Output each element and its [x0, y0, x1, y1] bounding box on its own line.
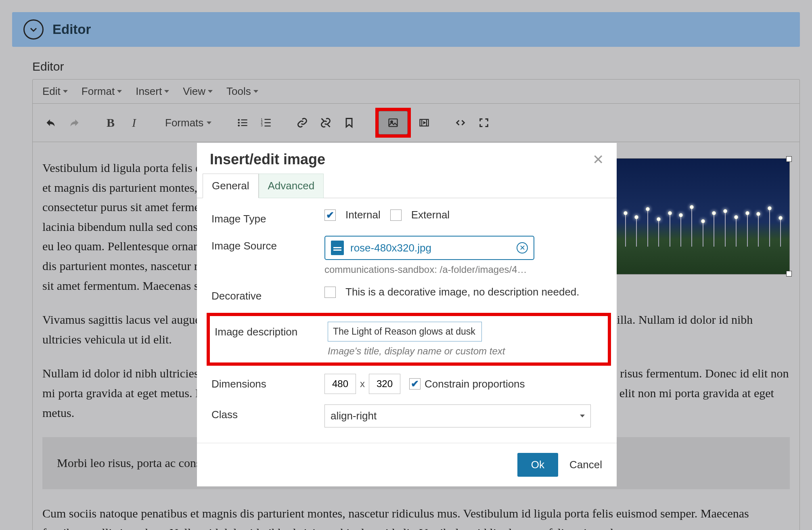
menu-bar: Edit Format Insert View Tools [33, 80, 799, 104]
svg-rect-9 [265, 122, 271, 123]
editor-section-header[interactable]: Editor [12, 12, 800, 47]
bold-button[interactable]: B [100, 112, 121, 134]
anchor-button[interactable] [338, 112, 360, 134]
cancel-button[interactable]: Cancel [569, 459, 602, 471]
ok-button[interactable]: Ok [517, 453, 558, 477]
close-icon[interactable]: ✕ [592, 151, 604, 168]
class-select[interactable]: align-right [324, 404, 591, 427]
toolbar: B I Formats 123 [33, 104, 799, 142]
dimension-separator: x [360, 378, 365, 390]
paragraph: Cum sociis natoque penatibus et magnis d… [42, 504, 790, 530]
menu-insert[interactable]: Insert [136, 85, 169, 98]
svg-rect-7 [265, 119, 271, 120]
inserted-image[interactable] [616, 158, 790, 274]
height-input[interactable] [369, 374, 400, 394]
insert-image-button[interactable] [379, 111, 408, 134]
svg-rect-3 [241, 122, 247, 123]
chevron-down-icon[interactable] [23, 19, 44, 40]
image-description-highlight: Image description Image's title, display… [207, 313, 611, 366]
fullscreen-button[interactable] [473, 112, 495, 134]
svg-rect-11 [265, 126, 271, 126]
label-image-source: Image Source [211, 236, 324, 252]
source-code-button[interactable] [450, 112, 471, 134]
svg-rect-5 [241, 125, 247, 126]
insert-image-button-highlight [375, 108, 411, 138]
link-button[interactable] [291, 112, 313, 134]
tab-advanced[interactable]: Advanced [259, 174, 324, 198]
menu-view[interactable]: View [183, 85, 213, 98]
unlink-button[interactable] [315, 112, 337, 134]
label-image-type: Image Type [211, 209, 324, 225]
checkbox-decorative[interactable] [324, 287, 336, 298]
undo-button[interactable] [40, 112, 62, 134]
numbered-list-button[interactable]: 123 [255, 112, 277, 134]
checkbox-external[interactable] [390, 209, 402, 221]
label-internal: Internal [345, 209, 381, 221]
label-external: External [411, 209, 450, 221]
image-description-input[interactable] [328, 322, 482, 341]
menu-tools[interactable]: Tools [226, 85, 258, 98]
formats-dropdown[interactable]: Formats [159, 113, 217, 133]
italic-button[interactable]: I [123, 112, 145, 134]
decorative-text: This is a decorative image, no descripti… [345, 286, 580, 298]
bullet-list-button[interactable] [232, 112, 253, 134]
label-constrain: Constrain proportions [425, 378, 525, 390]
width-input[interactable] [324, 374, 356, 394]
label-dimensions: Dimensions [211, 374, 324, 390]
checkbox-internal[interactable] [324, 209, 336, 221]
svg-line-12 [322, 119, 324, 121]
tab-general[interactable]: General [203, 174, 259, 198]
svg-text:3: 3 [261, 124, 263, 127]
svg-rect-1 [241, 119, 247, 120]
checkbox-constrain[interactable] [409, 378, 421, 390]
label-image-description: Image description [215, 322, 328, 338]
file-icon [331, 241, 344, 255]
insert-image-dialog: Insert/edit image ✕ General Advanced Ima… [197, 143, 617, 486]
description-helper: Image's title, display name or custom te… [323, 346, 600, 357]
svg-marker-19 [424, 122, 425, 124]
redo-button[interactable] [63, 112, 85, 134]
svg-rect-14 [389, 119, 398, 127]
svg-point-0 [238, 119, 240, 121]
dialog-title: Insert/edit image [210, 151, 325, 168]
source-filename: rose-480x320.jpg [350, 242, 431, 254]
menu-format[interactable]: Format [82, 85, 122, 98]
section-title: Editor [52, 22, 91, 37]
chevron-down-icon [580, 415, 585, 417]
insert-media-button[interactable] [413, 112, 435, 134]
label-decorative: Decorative [211, 286, 324, 302]
svg-point-4 [238, 125, 240, 127]
svg-line-13 [328, 125, 330, 127]
source-path: communications-sandbox: /a-folder/images… [324, 264, 602, 275]
editor-label: Editor [32, 60, 800, 73]
menu-edit[interactable]: Edit [42, 85, 68, 98]
label-class: Class [211, 404, 324, 421]
svg-point-2 [238, 122, 240, 124]
clear-source-icon[interactable]: ✕ [517, 242, 528, 253]
image-source-field[interactable]: rose-480x320.jpg ✕ [324, 236, 534, 260]
